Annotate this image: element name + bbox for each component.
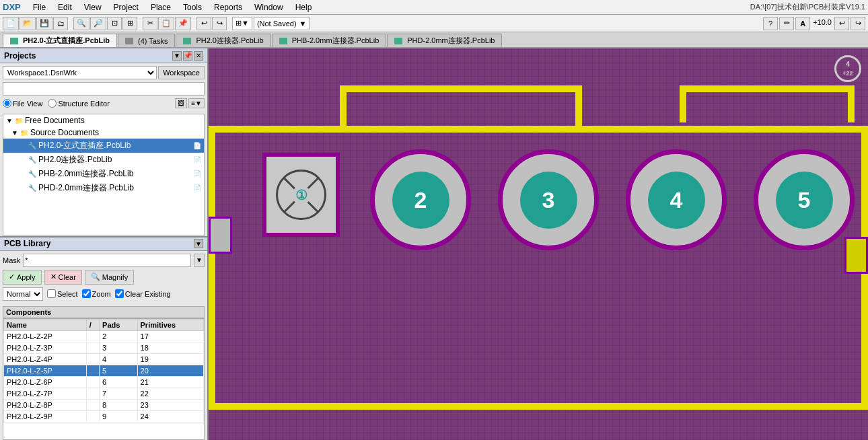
file-tree: ▼ 📁 Free Documents ▼ 📁 Source Documents … [3, 114, 205, 236]
cell-name: PH2.0-L-Z-5P [4, 365, 87, 376]
zoom-checkbox[interactable] [82, 289, 91, 298]
cell-primitives: 23 [137, 399, 203, 410]
canvas-area[interactable]: 4+22 [209, 48, 868, 440]
pad-2-container: 2 [370, 149, 471, 250]
clear-existing-checkbox[interactable] [115, 289, 124, 298]
apply-btn[interactable]: ✓ Apply [3, 270, 42, 285]
zoom-out-btn[interactable]: 🔎 [90, 17, 106, 30]
save-btn[interactable]: 💾 [36, 17, 52, 30]
select-checkbox[interactable] [47, 289, 56, 298]
cell-name: PH2.0-L-Z-6P [4, 376, 87, 388]
table-row[interactable]: PH2.0-L-Z-4P 4 19 [4, 353, 204, 365]
table-row[interactable]: PH2.0-L-Z-5P 5 20 [4, 365, 204, 376]
col-name[interactable]: Name [4, 319, 87, 330]
redo2-btn[interactable]: ↪ [851, 17, 865, 30]
view-icon-btn[interactable]: 🖼 [175, 98, 187, 108]
normal-select[interactable]: Normal [3, 287, 43, 301]
tab-0[interactable]: PH2.0-立式直插座.PcbLib [3, 34, 117, 47]
menu-help[interactable]: Help [290, 1, 318, 13]
table-row[interactable]: PH2.0-L-Z-9P 9 24 [4, 410, 204, 422]
menu-place[interactable]: Place [145, 1, 176, 13]
mask-input[interactable] [23, 254, 191, 267]
table-row[interactable]: PH2.0-L-Z-2P 2 17 [4, 330, 204, 342]
tab-4[interactable]: PHD-2.0mm连接器.PcbLib [387, 34, 502, 47]
zoom-sel-btn[interactable]: ⊞ [122, 17, 137, 30]
tab-2[interactable]: PH2.0连接器.PcbLib [176, 34, 270, 47]
col-sort[interactable]: / [86, 319, 99, 330]
tree-file-1[interactable]: 🔧 PH2.0连接器.PcbLib 📄 [3, 153, 204, 167]
components-table-container[interactable]: Name / Pads Primitives PH2.0-L-Z-2P 2 17… [3, 318, 205, 441]
select-checkbox-label[interactable]: Select [47, 289, 78, 298]
open-btn[interactable]: 📂 [20, 17, 36, 30]
frame-notch2-left [680, 85, 686, 122]
frame-notch2-right [848, 85, 855, 122]
view-list-btn[interactable]: ≡▼ [188, 98, 205, 108]
structure-editor-radio[interactable]: Structure Editor [48, 99, 109, 108]
tree-file-3[interactable]: 🔧 PHD-2.0mm连接器.PcbLib 📄 [3, 181, 204, 195]
frame-bottom [209, 403, 868, 410]
panel-pin-btn[interactable]: 📌 [183, 51, 192, 61]
table-row[interactable]: PH2.0-L-Z-8P 8 23 [4, 399, 204, 410]
cell-name: PH2.0-L-Z-3P [4, 342, 87, 353]
redo-btn[interactable]: ↪ [212, 17, 227, 30]
grid-dropdown[interactable]: ⊞▼ [232, 17, 252, 30]
menu-file[interactable]: File [28, 1, 51, 13]
save-all-btn[interactable]: 🗂 [53, 17, 68, 30]
panel-close-btn[interactable]: ✕ [194, 51, 203, 61]
mask-dropdown-btn[interactable]: ▼ [194, 254, 205, 267]
menu-window[interactable]: Window [249, 1, 289, 13]
app-logo: DXP [3, 2, 21, 12]
pcblib-controls: ▼ [194, 239, 203, 248]
undo2-btn[interactable]: ↩ [834, 17, 849, 30]
cell-primitives: 18 [137, 342, 203, 353]
project-search[interactable] [3, 82, 205, 96]
new-btn[interactable]: 📄 [3, 17, 19, 30]
cell-name: PH2.0-L-Z-7P [4, 388, 87, 399]
frame-notch2-top [680, 85, 855, 92]
tab-bar: PH2.0-立式直插座.PcbLib (4) Tasks PH2.0连接器.Pc… [0, 32, 868, 48]
cell-name: PH2.0-L-Z-2P [4, 330, 87, 342]
cell-sort [86, 376, 99, 388]
tab-1[interactable]: (4) Tasks [118, 34, 175, 47]
zoom-fit-btn[interactable]: ⊡ [107, 17, 122, 30]
toolbar: 📄 📂 💾 🗂 🔍 🔎 ⊡ ⊞ ✂ 📋 📌 ↩ ↪ ⊞▼ (Not Saved)… [0, 15, 868, 32]
zoom-in-btn[interactable]: 🔍 [73, 17, 89, 30]
copy-btn[interactable]: 📋 [158, 17, 174, 30]
col-primitives[interactable]: Primitives [137, 319, 203, 330]
paste-btn[interactable]: 📌 [175, 17, 191, 30]
zoom-checkbox-label[interactable]: Zoom [82, 289, 111, 298]
cell-name: PH2.0-L-Z-9P [4, 410, 87, 422]
help-btn[interactable]: ? [763, 17, 778, 30]
magnify-btn[interactable]: 🔍 Magnify [85, 270, 135, 285]
draw-btn[interactable]: ✏ [779, 17, 794, 30]
tab-3[interactable]: PHB-2.0mm连接器.PcbLib [272, 34, 387, 47]
clear-icon: ✕ [50, 272, 57, 281]
panel-menu-btn[interactable]: ▼ [172, 51, 182, 61]
workspace-btn[interactable]: Workspace [158, 66, 205, 79]
pcblib-menu-btn[interactable]: ▼ [194, 239, 203, 248]
text-btn[interactable]: A [795, 17, 810, 30]
col-pads[interactable]: Pads [100, 319, 137, 330]
edit-tools: ✂ 📋 📌 [143, 17, 191, 30]
tree-file-0[interactable]: 🔧 PH2.0-立式直插座.PcbLib 📄 [3, 139, 204, 153]
file-view-radio[interactable]: File View [3, 99, 42, 108]
tree-free-docs[interactable]: ▼ 📁 Free Documents [3, 114, 204, 126]
menu-project[interactable]: Project [108, 1, 144, 13]
menu-edit[interactable]: Edit [52, 1, 77, 13]
table-row[interactable]: PH2.0-L-Z-3P 3 18 [4, 342, 204, 353]
undo-btn[interactable]: ↩ [196, 17, 211, 30]
pad-3-container: 3 [498, 149, 599, 250]
cell-name: PH2.0-L-Z-4P [4, 353, 87, 365]
cut-btn[interactable]: ✂ [143, 17, 157, 30]
workspace-select[interactable]: Workspace1.DsnWrk [3, 66, 157, 79]
menu-tools[interactable]: Tools [178, 1, 207, 13]
menu-view[interactable]: View [79, 1, 107, 13]
table-row[interactable]: PH2.0-L-Z-6P 6 21 [4, 376, 204, 388]
clear-btn[interactable]: ✕ Clear [44, 270, 82, 285]
table-row[interactable]: PH2.0-L-Z-7P 7 22 [4, 388, 204, 399]
menu-reports[interactable]: Reports [209, 1, 248, 13]
tree-file-2[interactable]: 🔧 PHB-2.0mm连接器.PcbLib 📄 [3, 167, 204, 181]
saved-status[interactable]: (Not Saved) ▼ [254, 17, 310, 30]
tree-source-docs[interactable]: ▼ 📁 Source Documents [3, 126, 204, 139]
clear-existing-checkbox-label[interactable]: Clear Existing [115, 289, 171, 298]
